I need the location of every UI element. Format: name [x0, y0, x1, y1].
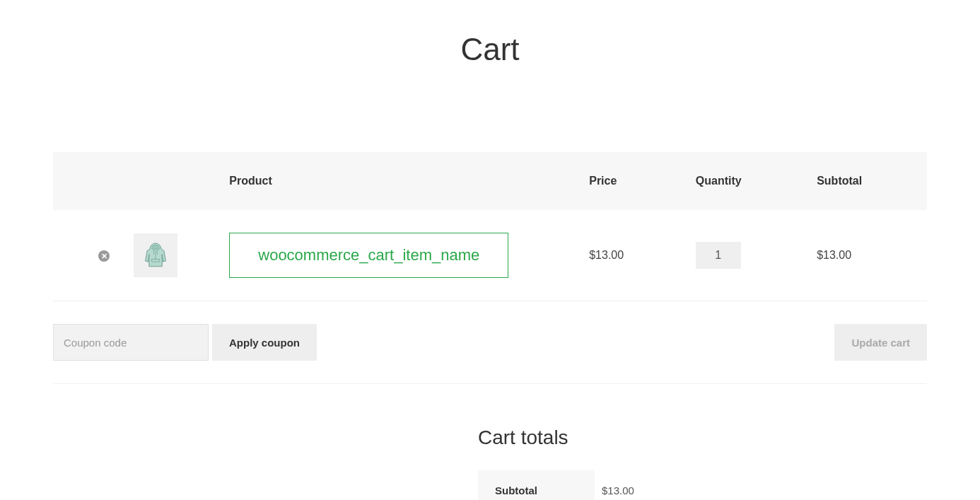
- cart-content: Product Price Quantity Subtotal ✕: [53, 152, 927, 500]
- remove-item-icon[interactable]: ✕: [98, 250, 110, 262]
- cart-actions: Apply coupon Update cart: [53, 324, 927, 361]
- update-cart-button[interactable]: Update cart: [834, 324, 927, 361]
- hoodie-icon: [141, 240, 170, 270]
- cart-totals-section: Cart totals Subtotal $13.00 Shipping Loc…: [478, 426, 927, 500]
- col-header-quantity: Quantity: [696, 152, 817, 210]
- quantity-input[interactable]: [696, 242, 741, 269]
- cart-totals-table: Subtotal $13.00 Shipping Local pickup: [478, 470, 927, 500]
- cart-table: Product Price Quantity Subtotal ✕: [53, 152, 927, 384]
- item-price: $13.00: [589, 249, 624, 261]
- cart-item-row: ✕ woocommerce_ca: [53, 210, 927, 301]
- totals-subtotal-value: $13.00: [595, 470, 927, 500]
- coupon-input[interactable]: [53, 324, 209, 361]
- col-header-product: Product: [229, 152, 589, 210]
- cart-totals-heading: Cart totals: [478, 426, 927, 449]
- col-header-price: Price: [589, 152, 696, 210]
- col-header-subtotal: Subtotal: [817, 152, 927, 210]
- apply-coupon-button[interactable]: Apply coupon: [212, 324, 317, 361]
- page-title: Cart: [0, 0, 980, 152]
- totals-subtotal-label: Subtotal: [478, 470, 595, 500]
- item-subtotal: $13.00: [817, 249, 851, 261]
- product-name[interactable]: woocommerce_cart_item_name: [229, 233, 508, 278]
- product-thumbnail[interactable]: [134, 233, 177, 277]
